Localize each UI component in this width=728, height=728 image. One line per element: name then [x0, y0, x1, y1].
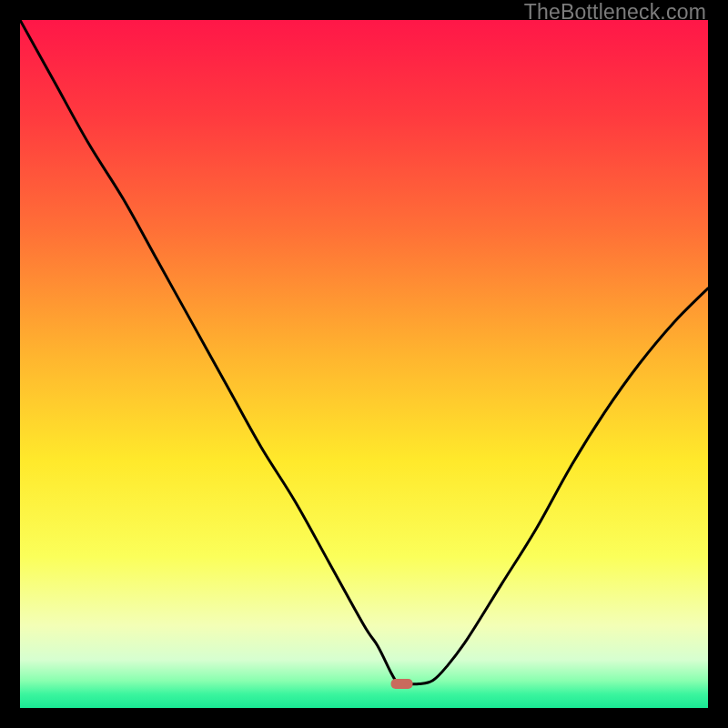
optimal-point-marker	[391, 679, 413, 689]
chart-svg	[20, 20, 708, 708]
watermark-text: TheBottleneck.com	[524, 0, 706, 25]
plot-area	[20, 20, 708, 708]
gradient-background	[20, 20, 708, 708]
chart-frame	[20, 20, 708, 708]
